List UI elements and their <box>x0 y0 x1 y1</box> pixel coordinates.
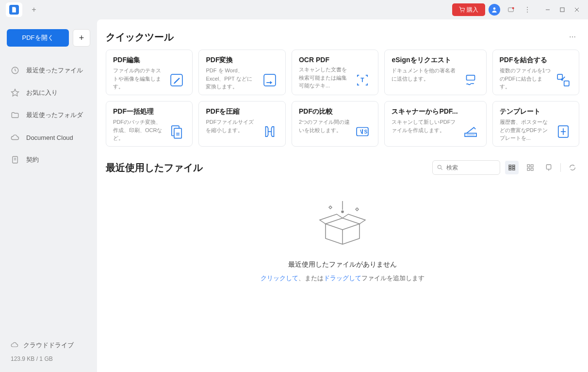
svg-point-18 <box>572 36 573 37</box>
svg-point-4 <box>512 7 514 9</box>
cloud-icon <box>11 341 19 350</box>
drag-to-add-link[interactable]: ドラッグして <box>324 274 361 282</box>
main-content: クイックツール PDF編集ファイル内のテキストや画像を編集します。 PDF変換P… <box>97 19 588 372</box>
tool-card-compare[interactable]: PDFの比較2つのファイル間の違いを比較します。 VS <box>292 101 378 147</box>
svg-rect-49 <box>527 168 530 170</box>
tool-title: PDF編集 <box>113 56 164 65</box>
convert-icon <box>261 71 278 89</box>
buy-button[interactable]: 購入 <box>452 3 485 16</box>
svg-point-1 <box>464 12 464 12</box>
tool-card-ocr[interactable]: OCR PDFスキャンした文書を検索可能または編集可能なテキ... T <box>292 50 378 95</box>
close-button[interactable] <box>570 2 584 17</box>
minimize-button[interactable] <box>540 2 555 17</box>
tool-card-batch[interactable]: PDF一括処理PDFのバッチ変換、作成、印刷、OCRなど。 <box>106 101 193 147</box>
tool-desc: 複数のファイルを1つのPDFに結合します。 <box>500 67 551 91</box>
tool-card-esign[interactable]: eSignをリクエストドキュメントを他の署名者に送信します。 <box>384 50 486 95</box>
batch-icon <box>168 123 185 140</box>
compare-icon: VS <box>354 123 371 140</box>
tool-title: スキャナーからPDF... <box>392 107 457 116</box>
svg-rect-43 <box>509 169 511 170</box>
tool-desc: PDF を Word、Excel、PPT などに変換します。 <box>206 67 257 91</box>
tool-card-combine[interactable]: PDFを結合する複数のファイルを1つのPDFに結合します。 <box>492 50 579 95</box>
open-pdf-button[interactable]: PDFを開く <box>7 29 69 47</box>
list-view-button[interactable] <box>505 161 519 174</box>
svg-rect-25 <box>564 81 569 86</box>
tool-card-scanner[interactable]: スキャナーからPDF...スキャンして新しいPDFファイルを作成します。 <box>384 101 486 147</box>
user-avatar[interactable] <box>487 2 502 17</box>
compress-icon <box>261 123 278 140</box>
sidebar-item-recent[interactable]: 最近使ったファイル <box>7 59 90 82</box>
svg-line-40 <box>441 169 442 170</box>
sidebar-item-label: 最近使ったファイル <box>26 66 83 75</box>
svg-rect-9 <box>560 8 564 12</box>
svg-point-17 <box>570 36 571 37</box>
empty-title: 最近使用したファイルがありません <box>288 260 397 269</box>
grid-view-button[interactable] <box>523 161 537 174</box>
svg-rect-50 <box>531 168 533 170</box>
sidebar-item-recent-folders[interactable]: 最近使ったフォルダ <box>7 104 90 126</box>
window-controls <box>540 2 584 17</box>
new-button[interactable]: + <box>73 29 90 47</box>
svg-point-39 <box>438 165 441 169</box>
maximize-button[interactable] <box>555 2 570 17</box>
storage-usage-text: 123.9 KB / 1 GB <box>7 353 90 365</box>
tool-card-compress[interactable]: PDFを圧縮PDFファイルサイズを縮小します。 <box>198 101 285 147</box>
sidebar-item-contracts[interactable]: 契約 <box>7 149 90 171</box>
clock-icon <box>11 66 19 75</box>
sidebar-item-favorites[interactable]: お気に入り <box>7 82 90 104</box>
quick-tools-menu-button[interactable] <box>566 30 579 44</box>
more-menu-button[interactable] <box>520 2 535 17</box>
svg-point-7 <box>527 12 528 13</box>
sidebar-item-label: 最近使ったフォルダ <box>26 111 83 119</box>
search-icon <box>437 164 443 171</box>
svg-rect-47 <box>527 165 530 167</box>
template-icon <box>555 123 572 140</box>
svg-rect-48 <box>531 165 533 167</box>
folder-icon <box>11 111 19 119</box>
app-logo-icon <box>9 5 19 15</box>
notification-button[interactable] <box>504 2 518 17</box>
tool-card-convert[interactable]: PDF変換PDF を Word、Excel、PPT などに変換します。 <box>198 50 285 95</box>
tool-card-templates[interactable]: テンプレート履歴書、ポスターなどの豊富なPDFテンプレートを... <box>492 101 579 147</box>
edit-icon <box>168 71 185 89</box>
tool-title: eSignをリクエスト <box>392 56 457 65</box>
app-tab[interactable] <box>6 2 22 17</box>
cloud-drive-link[interactable]: クラウドドライブ <box>7 338 90 353</box>
empty-subtitle: クリックして、またはドラッグしてファイルを追加します <box>261 274 425 283</box>
tool-title: PDFの比較 <box>299 107 350 116</box>
click-to-add-link[interactable]: クリックして <box>261 274 298 282</box>
svg-rect-23 <box>466 75 474 80</box>
tool-title: PDFを圧縮 <box>206 107 257 116</box>
pin-view-button[interactable] <box>542 161 555 174</box>
cloud-icon <box>11 133 19 142</box>
sidebar-item-label: 契約 <box>26 155 39 164</box>
ocr-icon: T <box>354 71 371 89</box>
tool-title: OCR PDF <box>299 56 350 64</box>
svg-rect-42 <box>509 167 511 169</box>
cloud-drive-label: クラウドドライブ <box>23 341 74 350</box>
svg-point-2 <box>493 7 496 10</box>
search-box[interactable] <box>432 160 500 175</box>
tool-desc: PDFファイルサイズを縮小します。 <box>206 118 257 134</box>
svg-rect-45 <box>512 167 515 169</box>
tool-desc: 2つのファイル間の違いを比較します。 <box>299 118 350 134</box>
tool-card-edit[interactable]: PDF編集ファイル内のテキストや画像を編集します。 <box>106 50 193 95</box>
refresh-button[interactable] <box>566 161 579 174</box>
new-tab-button[interactable]: + <box>28 4 40 16</box>
svg-rect-46 <box>512 169 515 170</box>
svg-point-5 <box>527 7 528 8</box>
svg-rect-21 <box>264 74 276 86</box>
search-input[interactable] <box>446 164 496 171</box>
buy-label: 購入 <box>467 6 478 14</box>
tool-desc: ドキュメントを他の署名者に送信します。 <box>392 67 457 83</box>
tools-grid: PDF編集ファイル内のテキストや画像を編集します。 PDF変換PDF を Wor… <box>106 50 579 147</box>
svg-rect-51 <box>546 165 551 169</box>
cart-icon <box>459 7 465 13</box>
tool-title: テンプレート <box>500 107 551 116</box>
tool-desc: PDFのバッチ変換、作成、印刷、OCRなど。 <box>113 118 164 142</box>
sidebar-item-document-cloud[interactable]: Document Cloud <box>7 126 90 149</box>
tool-title: PDF変換 <box>206 56 257 65</box>
tool-title: PDF一括処理 <box>113 107 164 116</box>
svg-point-54 <box>342 211 343 213</box>
tool-desc: 履歴書、ポスターなどの豊富なPDFテンプレートを... <box>500 118 551 142</box>
